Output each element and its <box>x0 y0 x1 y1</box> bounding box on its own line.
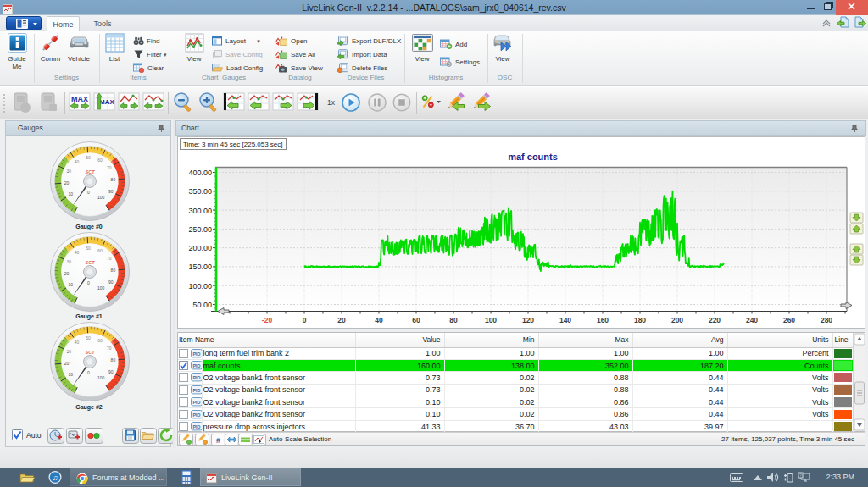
svg-text:300.00: 300.00 <box>188 207 212 215</box>
svg-text:280: 280 <box>821 316 832 324</box>
svg-text:100: 100 <box>97 375 104 380</box>
svg-text:90: 90 <box>108 189 113 194</box>
svg-text:80: 80 <box>449 316 458 324</box>
svg-text:100: 100 <box>97 195 104 200</box>
svg-text:PID: PID <box>192 400 200 405</box>
svg-text:MAX: MAX <box>99 98 114 106</box>
svg-text:0: 0 <box>303 316 307 324</box>
svg-text:100.00: 100.00 <box>188 282 212 291</box>
svg-text:260: 260 <box>783 316 795 324</box>
svg-text:180: 180 <box>634 316 646 324</box>
svg-text:150.00: 150.00 <box>188 263 212 271</box>
svg-text:100: 100 <box>97 285 104 291</box>
svg-text:20: 20 <box>64 361 69 366</box>
svg-text:200.00: 200.00 <box>188 244 212 252</box>
svg-text:200: 200 <box>671 316 683 324</box>
svg-text:350.00: 350.00 <box>188 187 212 196</box>
svg-text:0: 0 <box>87 279 90 285</box>
svg-text:20: 20 <box>64 180 69 185</box>
svg-text:80: 80 <box>110 267 115 272</box>
svg-text:90: 90 <box>108 279 113 284</box>
svg-text:♫: ♫ <box>53 473 58 482</box>
svg-text:20: 20 <box>337 316 346 324</box>
svg-text:120: 120 <box>522 316 534 324</box>
svg-text:80: 80 <box>110 177 115 182</box>
svg-text:60: 60 <box>412 316 420 324</box>
svg-text:40: 40 <box>375 316 383 324</box>
svg-text:PID: PID <box>192 351 200 356</box>
svg-text:10: 10 <box>68 191 73 196</box>
svg-text:90: 90 <box>108 369 113 374</box>
svg-text:50.00: 50.00 <box>192 301 212 309</box>
svg-text:10: 10 <box>68 282 73 287</box>
svg-text:PID: PID <box>192 375 200 380</box>
svg-text:220: 220 <box>709 316 721 324</box>
svg-text:#: # <box>216 436 220 445</box>
svg-text:PID: PID <box>192 387 200 392</box>
svg-text:240: 240 <box>746 316 758 324</box>
svg-text:PID: PID <box>192 412 200 417</box>
svg-text:?: ? <box>799 473 802 478</box>
svg-text:160: 160 <box>597 316 609 324</box>
svg-text:250.00: 250.00 <box>188 225 212 234</box>
svg-text:PID: PID <box>192 424 200 429</box>
svg-text:100: 100 <box>485 316 497 324</box>
svg-text:400.00: 400.00 <box>188 169 212 177</box>
svg-text:140: 140 <box>559 316 571 324</box>
svg-text:0: 0 <box>87 190 90 195</box>
svg-text:0: 0 <box>87 370 90 375</box>
svg-text:MAX: MAX <box>71 95 88 103</box>
svg-text:80: 80 <box>110 357 115 362</box>
svg-text:20: 20 <box>64 270 69 275</box>
svg-text:10: 10 <box>68 372 73 377</box>
svg-text:-20: -20 <box>262 316 273 324</box>
svg-text:PID: PID <box>192 363 200 368</box>
